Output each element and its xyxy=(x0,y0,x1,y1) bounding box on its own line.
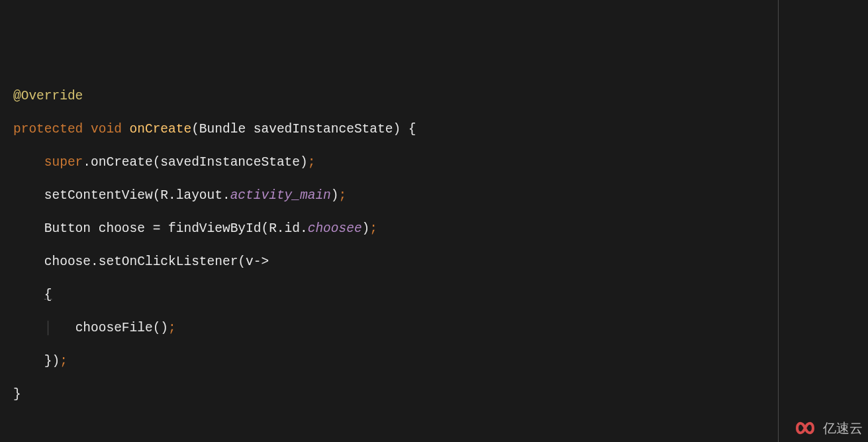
code-line: Button choose = findViewById(R.id.choose… xyxy=(13,221,868,237)
code-line: }); xyxy=(13,353,868,370)
code-line: super.onCreate(savedInstanceState); xyxy=(13,154,868,171)
code-line: protected void onCreate(Bundle savedInst… xyxy=(13,121,868,138)
code-editor[interactable]: @Override protected void onCreate(Bundle… xyxy=(0,66,868,442)
code-line: │ chooseFile(); xyxy=(13,320,868,337)
infinity-icon xyxy=(790,418,820,438)
code-line: } xyxy=(13,386,868,403)
right-margin-guide xyxy=(778,0,779,442)
watermark-logo: 亿速云 xyxy=(790,418,863,438)
code-line: { xyxy=(13,287,868,304)
annotation: @Override xyxy=(13,89,83,103)
code-line xyxy=(13,419,868,436)
code-line: @Override xyxy=(13,88,868,105)
code-line: choose.setOnClickListener(v-> xyxy=(13,254,868,270)
code-line: setContentView(R.layout.activity_main); xyxy=(13,188,868,204)
watermark-text: 亿速云 xyxy=(823,420,863,437)
